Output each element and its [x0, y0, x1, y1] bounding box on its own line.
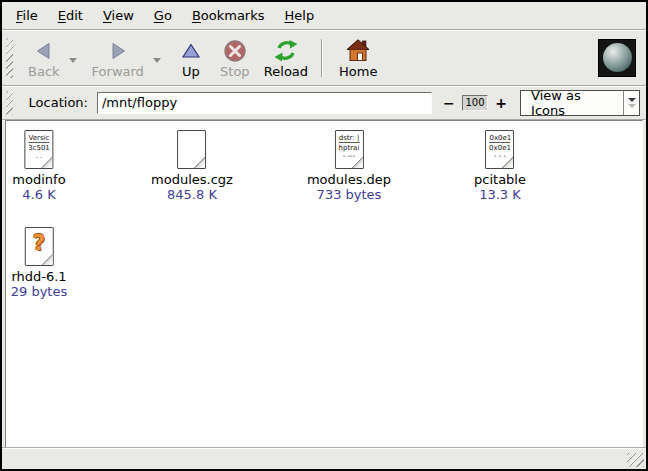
resize-grip[interactable]	[627, 453, 644, 467]
zoom-out-button[interactable]: −	[441, 95, 457, 111]
home-button[interactable]: Home	[332, 35, 384, 81]
file-name: modules.dep	[307, 172, 391, 187]
location-label: Location:	[29, 95, 88, 110]
blank-file-icon	[177, 130, 206, 169]
reload-button[interactable]: Reload	[257, 35, 315, 81]
chevron-down-icon	[623, 91, 639, 115]
zoom-in-button[interactable]: +	[493, 95, 509, 111]
menu-view[interactable]: View	[93, 4, 144, 27]
toolbar: Back Forward Up Stop	[2, 30, 646, 86]
stop-button[interactable]: Stop	[213, 35, 257, 81]
menu-go-label: G	[154, 8, 164, 23]
file-name: modinfo	[12, 172, 65, 187]
text-file-icon: 0x0e1 0x0e1 - - -	[486, 130, 515, 169]
file-manager-window: File Edit View Go Bookmarks Help Back Fo…	[0, 0, 648, 471]
toolbar-drag-handle[interactable]	[6, 38, 13, 78]
reload-icon	[273, 38, 299, 64]
forward-icon	[107, 38, 129, 64]
file-size: 29 bytes	[11, 284, 68, 299]
forward-dropdown-arrow[interactable]	[151, 54, 163, 67]
forward-label: Forward	[92, 64, 144, 79]
throbber-icon	[598, 39, 636, 77]
menu-view-label: V	[103, 8, 112, 23]
up-icon	[181, 38, 201, 64]
throbber-sphere	[603, 43, 632, 72]
file-name: pcitable	[474, 172, 526, 187]
menu-file[interactable]: File	[6, 4, 48, 27]
text-file-icon: Versic 3c501 . .	[24, 130, 53, 169]
back-label: Back	[28, 64, 60, 79]
menubar: File Edit View Go Bookmarks Help	[2, 2, 646, 30]
menu-edit[interactable]: Edit	[48, 4, 93, 27]
location-input[interactable]	[97, 92, 432, 114]
zoom-level-indicator[interactable]: 100	[462, 95, 489, 111]
toolbar-separator	[321, 39, 322, 77]
home-label: Home	[339, 64, 377, 79]
file-item-rhdd-6-1[interactable]: ? rhdd-6.1 29 bytes	[11, 227, 68, 299]
up-label: Up	[182, 64, 200, 79]
status-bar	[2, 448, 646, 469]
file-item-modinfo[interactable]: Versic 3c501 . . modinfo 4.6 K	[12, 130, 65, 202]
file-item-modules-cgz[interactable]: modules.cgz 845.8 K	[151, 130, 233, 202]
file-size: 4.6 K	[12, 187, 65, 202]
forward-button[interactable]: Forward	[85, 35, 151, 81]
file-view: Versic 3c501 . . modinfo 4.6 K modules.c…	[5, 120, 643, 448]
unknown-file-icon: ?	[25, 227, 54, 266]
file-size: 13.3 K	[474, 187, 526, 202]
locationbar-drag-handle[interactable]	[6, 91, 13, 115]
file-size: 733 bytes	[307, 187, 391, 202]
file-size: 845.8 K	[151, 187, 233, 202]
up-button[interactable]: Up	[169, 35, 213, 81]
menu-help[interactable]: Help	[275, 4, 325, 27]
stop-label: Stop	[220, 64, 250, 79]
menu-go[interactable]: Go	[144, 4, 182, 27]
file-name: modules.cgz	[151, 172, 233, 187]
file-name: rhdd-6.1	[11, 269, 68, 284]
back-icon	[33, 38, 55, 64]
menu-bookmarks-label: B	[192, 8, 201, 23]
reload-label: Reload	[264, 64, 308, 79]
menu-help-label: H	[285, 8, 295, 23]
stop-icon	[223, 38, 247, 64]
menu-bookmarks[interactable]: Bookmarks	[182, 4, 275, 27]
home-icon	[346, 38, 370, 64]
question-mark-glyph: ?	[26, 232, 53, 254]
location-bar: Location: − 100 + View as Icons	[2, 86, 646, 120]
file-item-pcitable[interactable]: 0x0e1 0x0e1 - - - pcitable 13.3 K	[474, 130, 526, 202]
view-mode-label: View as Icons	[521, 91, 623, 115]
menu-edit-label: E	[58, 8, 66, 23]
view-mode-dropdown[interactable]: View as Icons	[520, 90, 640, 116]
back-dropdown-arrow[interactable]	[67, 54, 79, 67]
back-button[interactable]: Back	[21, 35, 67, 81]
file-item-modules-dep[interactable]: dstr: | hptrai - --- modules.dep 733 byt…	[307, 130, 391, 202]
text-file-icon: dstr: | hptrai - ---	[334, 130, 363, 169]
